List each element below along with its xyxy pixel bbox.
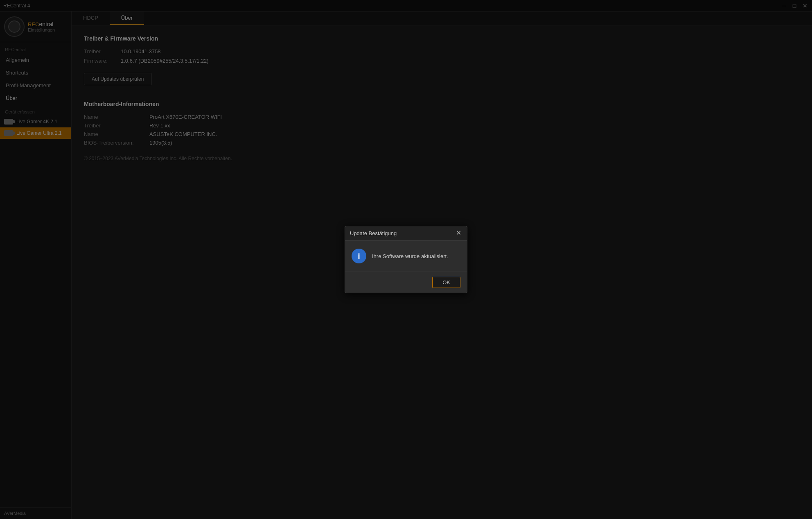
dialog-message: Ihre Software wurde aktualisiert. <box>372 253 448 259</box>
dialog-titlebar: Update Bestätigung ✕ <box>345 226 467 240</box>
info-icon: i <box>352 249 366 263</box>
dialog-close-button[interactable]: ✕ <box>455 229 462 237</box>
update-dialog: Update Bestätigung ✕ i Ihre Software wur… <box>345 226 467 293</box>
ok-button[interactable]: OK <box>432 277 460 288</box>
dialog-footer: OK <box>345 272 467 293</box>
dialog-title: Update Bestätigung <box>350 230 397 236</box>
dialog-body: i Ihre Software wurde aktualisiert. <box>345 240 467 272</box>
dialog-overlay: Update Bestätigung ✕ i Ihre Software wur… <box>0 0 812 519</box>
